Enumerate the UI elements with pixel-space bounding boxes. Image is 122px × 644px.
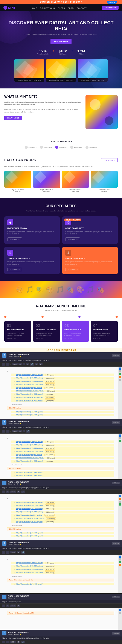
spec-btn-1[interactable]: LEARN MORE bbox=[65, 238, 80, 241]
what-is-p2: Quisam do tellus sit amet, consectetur a… bbox=[4, 108, 81, 113]
hero-cta-button[interactable]: GET STARTED bbox=[50, 39, 72, 44]
nav-collections[interactable]: COLLECTIONS bbox=[40, 7, 55, 9]
investor-1: Logotisum bbox=[40, 146, 52, 149]
app-share-btn-0[interactable]: Chia sẻ bbox=[112, 354, 120, 357]
toolbar-italic-1[interactable]: I bbox=[22, 430, 25, 432]
remove-note-4: Remove 23 Barriers Burp update HMI bbox=[7, 611, 114, 615]
app-share-btn-3[interactable]: Chia sẻ bbox=[112, 542, 120, 545]
toolbar-zoom-3[interactable]: 100% bbox=[10, 551, 16, 554]
hero-card-1: LIQUID ABSTRACT PAINTING bbox=[46, 59, 76, 82]
toolbar-zoom-0[interactable]: 100% bbox=[12, 363, 18, 365]
hero-card-image-0 bbox=[14, 59, 44, 78]
doc-link-row-0-5: • https://[redacted url]mNo (066 update)… bbox=[11, 390, 114, 392]
doc-content-1: 5. • https://[redacted url]72ht (066 upd… bbox=[0, 434, 122, 479]
chat-btn-5[interactable]: Chat AI ▼ bbox=[107, 1, 117, 4]
toolbar-zoom-5[interactable]: 100% bbox=[10, 641, 16, 643]
doc-link-row-1-2: • https://[redacted url]eUt (066 update)… bbox=[11, 447, 114, 450]
nav-blog[interactable]: BLOG bbox=[68, 7, 74, 9]
toolbar-link-2[interactable]: 🔗 bbox=[21, 490, 25, 493]
toolbar-redo-4[interactable]: ↪ bbox=[6, 604, 10, 607]
toolbar-bold-1[interactable]: B bbox=[18, 430, 22, 432]
toolbar-zoom-4[interactable]: 100% bbox=[10, 604, 16, 607]
nav-logo[interactable]: MINT bbox=[4, 6, 16, 10]
stat-sold: 1.2M NFT Sold bbox=[77, 49, 85, 55]
toolbar-zoom-2[interactable]: 100% bbox=[10, 490, 16, 493]
app-icon-4: P bbox=[2, 595, 6, 599]
roadmap-item-0: 01 ART EXPOS EVENTS Lorem ipsum dolor si… bbox=[4, 321, 31, 342]
roadmap-title: ROADMAP LAUNCH TIMELINE bbox=[4, 304, 118, 308]
spec-btn-3[interactable]: LEARN MORE bbox=[65, 268, 80, 271]
accessors-label-0: 5. Accessors bbox=[7, 403, 114, 405]
toolbar-undo-2[interactable]: ↩ bbox=[2, 490, 5, 493]
app-share-btn-2[interactable]: Chia sẻ bbox=[112, 482, 120, 484]
toolbar-zoom-1[interactable]: 100% bbox=[12, 430, 18, 432]
toolbar-undo-0[interactable]: ↩ bbox=[2, 363, 5, 366]
toolbar-undo-4[interactable]: ↩ bbox=[2, 604, 5, 607]
toolbar-link-3[interactable]: 🔗 bbox=[21, 551, 25, 554]
artwork-1: LIQUID ABSTRACTPAINTING bbox=[33, 171, 60, 192]
artwork-grid: LIQUID ABSTRACTPAINTING LIQUID ABSTRACTP… bbox=[4, 171, 118, 192]
toolbar-bold-0[interactable]: B bbox=[18, 363, 22, 365]
what-is-title: WHAT IS MINT NFT? bbox=[4, 95, 81, 99]
app-header-2: P PIXEL × COINWEBSITE Đã lưu • ☁ • 47 • … bbox=[0, 480, 122, 486]
doc-sidebar-1 bbox=[118, 434, 122, 479]
top-banner: SUMMER SALE UP TO 50% DISCOUNT bbox=[0, 0, 122, 4]
what-is-p1: Aput litora as medio purement assiga age… bbox=[4, 101, 81, 106]
roadmap-desc: Musit tellvos, de lorem sit amet conseti… bbox=[4, 309, 118, 312]
toolbar-bold-2[interactable]: B bbox=[17, 490, 20, 493]
toolbar-redo-5[interactable]: ↪ bbox=[6, 641, 10, 643]
spec-btn-0[interactable]: LEARN MORE bbox=[7, 238, 22, 241]
toolbar-bold-4[interactable]: B bbox=[17, 604, 20, 607]
toolbar-redo-2[interactable]: ↪ bbox=[6, 490, 10, 493]
nav-home[interactable]: HOME bbox=[31, 7, 37, 9]
doc-link-row-2-6: • https://[redacted url]3Lo (066 update)… bbox=[11, 520, 114, 523]
toolbar-link-5[interactable]: 🔗 bbox=[21, 641, 25, 643]
app-share-btn-1[interactable]: Chia sẻ bbox=[112, 421, 120, 424]
nav-contact[interactable]: CONTACT bbox=[77, 7, 86, 9]
investors-title: OUR INVESTORS bbox=[4, 140, 118, 143]
toolbar-redo-3[interactable]: ↪ bbox=[6, 551, 10, 554]
toolbar-italic-0[interactable]: I bbox=[22, 363, 25, 365]
app-icon-3: P bbox=[2, 542, 6, 546]
timeline-line bbox=[4, 316, 118, 318]
app-icon-2: P bbox=[2, 481, 6, 485]
doc-link-row-0-6: • https://[redacted url]3Lo (066 update)… bbox=[11, 393, 114, 396]
toolbar-image-0[interactable]: 🖼 bbox=[39, 363, 42, 365]
roadmap-item-2: 03 THE BUSINESS HUB Lorem ipsum dolor si… bbox=[62, 321, 89, 342]
toolbar-undo-1[interactable]: ↩ bbox=[2, 430, 5, 432]
app-share-btn-4[interactable]: Chia sẻ bbox=[112, 596, 120, 598]
app-share-btn-5[interactable]: Chia sẻ bbox=[112, 632, 120, 634]
spec-icon-0: ◆ bbox=[7, 220, 13, 226]
toolbar-bold-3[interactable]: B bbox=[17, 551, 20, 554]
doc-link-row-3-3: • https://[redacted url]9Ut (066 update)… bbox=[11, 571, 114, 574]
toolbar-redo-0[interactable]: ↪ bbox=[6, 363, 10, 366]
what-is-section: WHAT IS MINT NFT? Aput litora as medio p… bbox=[0, 88, 122, 136]
menu-bar-0: Tập tin | Chỉnh sửa | Xem | Chèn | Định … bbox=[0, 359, 122, 362]
banner-strip bbox=[0, 281, 122, 298]
toolbar-link-1[interactable]: 🔗 bbox=[26, 430, 30, 432]
hero-card-image-2 bbox=[78, 59, 108, 78]
toolbar-list-0[interactable]: ≡ bbox=[35, 363, 38, 365]
nav-pages[interactable]: PAGES bbox=[58, 7, 65, 9]
artwork-3: LIQUID ABSTRACTPAINTING bbox=[91, 171, 118, 192]
toolbar-underline-0[interactable]: U bbox=[26, 363, 29, 365]
what-is-learn-button[interactable]: LEARN MORE bbox=[4, 116, 22, 120]
spec-btn-2[interactable]: LEARN MORE bbox=[7, 268, 22, 271]
app-header-1: P PIXEL × COINWEBSITE Đã lưu • ☁ • 47 • … bbox=[0, 419, 122, 426]
spec-title-1: SOLID COMMUNITY bbox=[65, 227, 115, 229]
spec-card-0: ◆ UNIQUE NFT DESIGN Lorem ipsum dolor si… bbox=[4, 216, 60, 244]
latest-desc: Fusce laoreet, de lorem sit amet condisi… bbox=[4, 165, 118, 168]
spec-card-3: $ AFFORDABLE PRICE Lorem ipsum dolor sit… bbox=[62, 247, 118, 274]
roadmap-timeline: 01 ART EXPOS EVENTS Lorem ipsum dolor si… bbox=[4, 321, 118, 342]
join-discord-button[interactable]: JOIN DISCORD bbox=[102, 6, 118, 10]
toolbar-undo-5[interactable]: ↩ bbox=[2, 641, 5, 643]
view-all-button[interactable]: VIEW ALL NFTS bbox=[101, 158, 118, 162]
spec-text-3: Lorem ipsum dolor sit amet consetetur ad… bbox=[65, 261, 115, 265]
toolbar-redo-1[interactable]: ↪ bbox=[6, 430, 10, 432]
bottom-note-3: Tệp(s) Coinversiondownloads-to-file bbox=[7, 578, 114, 582]
toolbar-link-0[interactable]: 🔗 bbox=[30, 363, 34, 366]
specialties-title: OUR SPECIALTIES bbox=[4, 204, 118, 208]
toolbar-undo-3[interactable]: ↩ bbox=[2, 551, 5, 554]
roadmap-item-3: 04 THE MOON SHOP Lorem ipsum dolor sit a… bbox=[91, 321, 118, 342]
toolbar-bold-5[interactable]: B bbox=[17, 641, 20, 643]
